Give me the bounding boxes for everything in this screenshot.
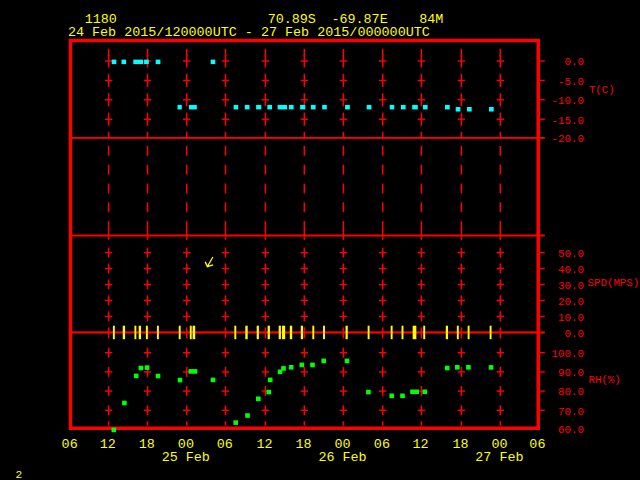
svg-text:06: 06 <box>217 437 233 452</box>
svg-text:SPD(MPS): SPD(MPS) <box>588 277 640 289</box>
svg-text:-15.0: -15.0 <box>552 115 584 127</box>
svg-text:12: 12 <box>257 437 273 452</box>
svg-text:30.0: 30.0 <box>558 280 584 292</box>
svg-text:06: 06 <box>62 437 78 452</box>
svg-text:12: 12 <box>100 437 116 452</box>
svg-text:18: 18 <box>295 437 311 452</box>
svg-text:06: 06 <box>529 437 545 452</box>
svg-text:18: 18 <box>139 437 155 452</box>
svg-text:25 Feb: 25 Feb <box>162 450 210 465</box>
svg-text:100.0: 100.0 <box>552 348 584 360</box>
svg-text:0.0: 0.0 <box>565 56 584 68</box>
svg-text:60.0: 60.0 <box>558 424 584 436</box>
svg-text:26 Feb: 26 Feb <box>318 450 366 465</box>
svg-text:70.0: 70.0 <box>558 406 584 418</box>
svg-text:2: 2 <box>16 469 23 480</box>
svg-text:18: 18 <box>453 437 469 452</box>
svg-text:0.0: 0.0 <box>565 328 584 340</box>
svg-text:20.0: 20.0 <box>558 296 584 308</box>
svg-text:-20.0: -20.0 <box>552 133 584 145</box>
svg-text:06: 06 <box>374 437 390 452</box>
svg-text:-5.0: -5.0 <box>558 76 584 88</box>
svg-text:-10.0: -10.0 <box>552 95 584 107</box>
svg-text:90.0: 90.0 <box>558 367 584 379</box>
svg-text:80.0: 80.0 <box>558 386 584 398</box>
svg-text:10.0: 10.0 <box>558 312 584 324</box>
svg-text:50.0: 50.0 <box>558 248 584 260</box>
svg-text:RH(%): RH(%) <box>588 374 620 386</box>
svg-text:40.0: 40.0 <box>558 264 584 276</box>
svg-text:27 Feb: 27 Feb <box>475 450 523 465</box>
svg-text:24 Feb 2015/120000UTC - 27 Feb: 24 Feb 2015/120000UTC - 27 Feb 2015/0000… <box>68 25 430 40</box>
svg-text:12: 12 <box>413 437 429 452</box>
svg-text:T(C): T(C) <box>589 84 615 96</box>
